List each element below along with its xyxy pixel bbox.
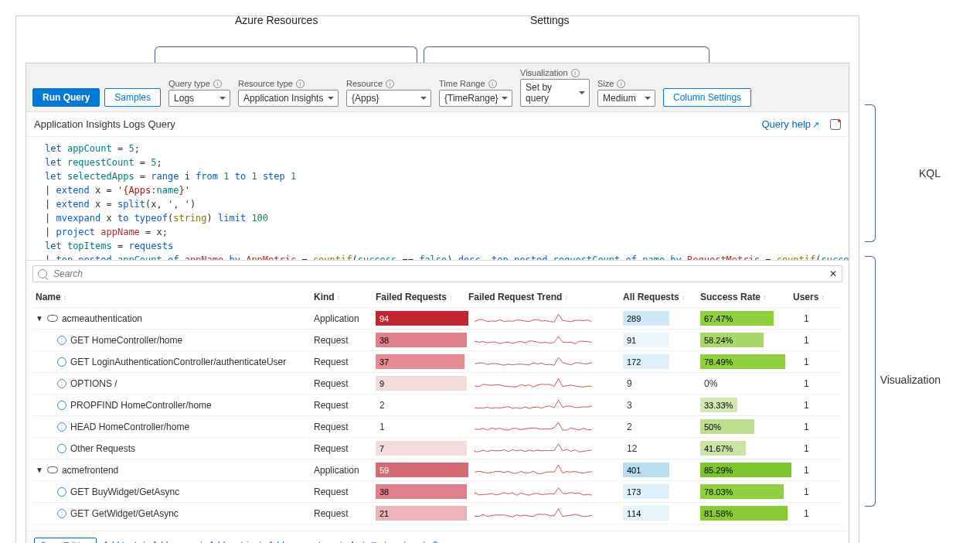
clear-search-icon[interactable]: ✕ bbox=[829, 268, 837, 279]
row-trend bbox=[468, 397, 623, 413]
row-rate: 81.58% bbox=[700, 506, 793, 521]
row-trend bbox=[468, 332, 623, 348]
copy-icon[interactable]: ⧉ bbox=[371, 540, 378, 543]
col-trend[interactable]: Failed Request Trend bbox=[468, 292, 623, 302]
row-failed: 38 bbox=[376, 333, 468, 347]
chevron-down-icon[interactable]: ▼ bbox=[36, 466, 43, 474]
col-failed[interactable]: Failed Requests bbox=[376, 292, 468, 302]
table-row[interactable]: GET HomeController/home Request 38 91 58… bbox=[32, 330, 842, 351]
row-name: PROPFIND HomeController/home bbox=[70, 400, 212, 411]
col-all[interactable]: All Requests bbox=[623, 292, 700, 302]
row-rate: 58.24% bbox=[700, 333, 793, 347]
row-trend bbox=[468, 353, 623, 370]
row-kind: Request bbox=[314, 400, 376, 411]
row-rate: 33.33% bbox=[700, 398, 793, 412]
row-name: acmeauthentication bbox=[62, 313, 142, 324]
globe-icon bbox=[57, 444, 66, 453]
query-title: Application Insights Logs Query bbox=[34, 118, 175, 130]
editor-footer: Done Editing Add text| Add query| Add me… bbox=[26, 531, 849, 543]
column-settings-button[interactable]: Column Settings bbox=[663, 88, 751, 107]
row-failed: 59 bbox=[376, 463, 468, 477]
table-row[interactable]: ▼acmeauthentication Application 94 289 6… bbox=[32, 308, 842, 330]
row-trend bbox=[468, 483, 623, 500]
table-row[interactable]: OPTIONS / Request 9 9 0% 1 bbox=[32, 373, 842, 394]
resource-type-select[interactable]: Application Insights bbox=[238, 90, 339, 107]
row-kind: Request bbox=[314, 422, 376, 432]
visualization-select[interactable]: Set by query bbox=[520, 79, 590, 107]
move-down-icon[interactable]: ↓ bbox=[393, 540, 397, 543]
query-help-link[interactable]: Query help bbox=[761, 118, 819, 130]
row-name: Other Requests bbox=[70, 443, 135, 454]
row-rate: 41.67% bbox=[700, 441, 793, 456]
row-failed: 1 bbox=[376, 419, 468, 434]
add-query-link[interactable]: Add query bbox=[151, 540, 194, 543]
row-failed: 2 bbox=[376, 398, 468, 412]
table-row[interactable]: PROPFIND HomeController/home Request 2 3… bbox=[32, 394, 842, 416]
globe-icon bbox=[57, 509, 66, 518]
table-row[interactable]: HEAD HomeController/home Request 1 2 50%… bbox=[32, 416, 842, 438]
row-all: 114 bbox=[623, 506, 700, 521]
search-icon bbox=[38, 269, 47, 278]
row-trend bbox=[468, 310, 623, 326]
row-failed: 94 bbox=[376, 311, 468, 326]
row-name: GET GetWidget/GetAsync bbox=[70, 508, 179, 519]
results-table: Name Kind Failed Requests Failed Request… bbox=[32, 287, 842, 524]
query-type-label: Query typei bbox=[168, 79, 230, 88]
resource-select[interactable]: {Apps} bbox=[346, 90, 431, 107]
pin-icon[interactable] bbox=[830, 119, 841, 130]
row-users: 1 bbox=[793, 508, 839, 519]
add-parameters-link[interactable]: Add parameters bbox=[267, 540, 333, 543]
col-kind[interactable]: Kind bbox=[314, 292, 376, 302]
row-all: 12 bbox=[623, 441, 700, 456]
run-query-button[interactable]: Run Query bbox=[32, 88, 100, 107]
delete-icon[interactable]: 🗑 bbox=[431, 540, 441, 543]
info-icon: i bbox=[213, 80, 222, 88]
query-toolbar: Run Query Samples Query typei Logs Resou… bbox=[26, 63, 849, 112]
table-search-input[interactable] bbox=[52, 268, 829, 280]
row-users: 1 bbox=[793, 400, 839, 411]
row-users: 1 bbox=[793, 357, 839, 367]
row-all: 9 bbox=[623, 376, 700, 391]
add-text-link[interactable]: Add text bbox=[103, 540, 137, 543]
row-all: 289 bbox=[623, 311, 700, 326]
row-name: GET LoginAuthenticationController/authen… bbox=[70, 357, 286, 367]
row-rate: 78.49% bbox=[700, 354, 793, 369]
row-rate: 50% bbox=[700, 419, 793, 434]
table-row[interactable]: GET BuyWidget/GetAsync Request 38 173 78… bbox=[32, 481, 842, 503]
row-kind: Request bbox=[314, 335, 376, 346]
gear-icon[interactable]: ✻ bbox=[349, 540, 356, 543]
row-failed: 38 bbox=[376, 484, 468, 499]
table-row[interactable]: GET LoginAuthenticationController/authen… bbox=[32, 351, 842, 373]
time-range-select[interactable]: {TimeRange} bbox=[439, 90, 512, 107]
table-row[interactable]: Other Requests Request 7 12 41.67% 1 bbox=[32, 438, 842, 459]
row-trend bbox=[468, 375, 623, 391]
row-kind: Request bbox=[314, 378, 376, 389]
done-editing-button[interactable]: Done Editing bbox=[34, 538, 97, 543]
col-rate[interactable]: Success Rate bbox=[700, 292, 793, 302]
row-failed: 7 bbox=[376, 441, 468, 456]
anno-kql: KQL bbox=[919, 167, 941, 179]
row-name: GET BuyWidget/GetAsync bbox=[70, 487, 179, 497]
col-users[interactable]: Users bbox=[793, 292, 839, 302]
resource-label: Resourcei bbox=[346, 79, 431, 88]
row-users: 1 bbox=[793, 313, 839, 324]
table-row[interactable]: ▼acmefrontend Application 59 401 85.29% … bbox=[32, 459, 842, 481]
table-row[interactable]: GET GetWidget/GetAsync Request 21 114 81… bbox=[32, 503, 842, 524]
size-select[interactable]: Medium bbox=[597, 90, 655, 107]
add-metric-link[interactable]: Add metric bbox=[209, 540, 253, 543]
move-up-icon[interactable]: ↑ bbox=[412, 540, 417, 543]
samples-button[interactable]: Samples bbox=[104, 88, 161, 107]
row-trend bbox=[468, 440, 623, 456]
globe-icon bbox=[57, 487, 66, 497]
row-trend bbox=[468, 418, 623, 435]
row-rate: 85.29% bbox=[700, 463, 793, 477]
query-type-select[interactable]: Logs bbox=[168, 90, 230, 107]
time-range-label: Time Rangei bbox=[439, 79, 512, 88]
kql-editor[interactable]: let appCount = 5; let requestCount = 5; … bbox=[26, 137, 849, 261]
col-name[interactable]: Name bbox=[36, 292, 314, 302]
row-name: GET HomeController/home bbox=[70, 335, 182, 346]
globe-icon bbox=[57, 379, 66, 388]
globe-icon bbox=[57, 422, 66, 432]
info-icon: i bbox=[571, 69, 580, 77]
chevron-down-icon[interactable]: ▼ bbox=[36, 314, 43, 323]
